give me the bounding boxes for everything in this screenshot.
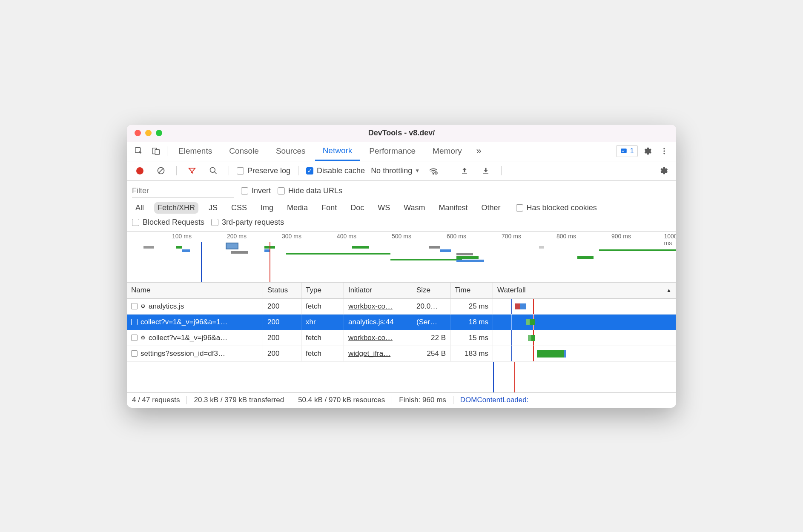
download-icon[interactable] [478,163,493,178]
inspect-icon[interactable] [131,143,146,159]
panel-settings-icon[interactable] [656,163,671,178]
type-js[interactable]: JS [205,202,221,214]
issues-badge[interactable]: 1 [616,145,638,157]
request-table: ⚙analytics.js 200 fetch workbox-co… 20.0… [127,299,676,392]
status-bar: 4 / 47 requests 20.3 kB / 379 kB transfe… [127,392,676,408]
status-transferred: 20.3 kB / 379 kB transferred [187,396,291,404]
type-all[interactable]: All [132,202,147,214]
throttling-select[interactable]: No throttling ▼ [371,166,420,175]
col-name[interactable]: Name [127,283,263,298]
row-checkbox[interactable] [131,335,138,341]
gear-icon: ⚙ [141,303,146,309]
type-wasm[interactable]: Wasm [400,202,428,214]
preserve-log-checkbox[interactable]: Preserve log [237,166,290,175]
record-button[interactable] [132,163,147,178]
close-icon[interactable] [135,130,141,136]
filter-icon[interactable] [184,163,200,178]
table-row[interactable]: collect?v=1&_v=j96&a=1… 200 xhr analytic… [127,315,676,330]
type-css[interactable]: CSS [228,202,250,214]
selection-overlay[interactable] [226,243,238,249]
row-checkbox[interactable] [131,303,138,309]
type-other[interactable]: Other [478,202,504,214]
tab-performance[interactable]: Performance [361,141,423,161]
blocked-requests-checkbox[interactable]: Blocked Requests [132,218,204,227]
issues-count: 1 [630,147,634,155]
type-ws[interactable]: WS [374,202,393,214]
has-blocked-cookies-checkbox[interactable]: Has blocked cookies [516,203,597,212]
maximize-icon[interactable] [156,130,162,136]
traffic-lights [127,130,162,136]
col-status[interactable]: Status [263,283,301,298]
table-row[interactable]: settings?session_id=df3… 200 fetch widge… [127,346,676,362]
status-dcl: DOMContentLoaded: [453,396,536,404]
tab-sources[interactable]: Sources [268,141,313,161]
svg-line-12 [215,172,217,174]
search-icon[interactable] [206,163,221,178]
filter-bar: Invert Hide data URLs All Fetch/XHR JS C… [127,181,676,232]
upload-icon[interactable] [457,163,472,178]
type-media[interactable]: Media [284,202,311,214]
main-tabbar: Elements Console Sources Network Perform… [127,142,676,161]
table-header: Name Status Type Initiator Size Time Wat… [127,283,676,299]
svg-point-7 [663,150,665,152]
table-row[interactable]: ⚙collect?v=1&_v=j96&a… 200 fetch workbox… [127,330,676,346]
type-fetch-xhr[interactable]: Fetch/XHR [154,202,198,214]
svg-point-13 [433,173,434,174]
col-time[interactable]: Time [450,283,493,298]
svg-rect-2 [155,149,159,154]
col-type[interactable]: Type [301,283,344,298]
svg-line-10 [158,168,163,173]
timeline-overview[interactable]: 100 ms 200 ms 300 ms 400 ms 500 ms 600 m… [127,232,676,283]
clear-icon[interactable] [153,163,169,178]
tab-elements[interactable]: Elements [171,141,220,161]
svg-rect-16 [483,173,488,174]
third-party-checkbox[interactable]: 3rd-party requests [211,218,284,227]
invert-checkbox[interactable]: Invert [241,186,271,195]
svg-rect-5 [622,151,624,152]
hide-data-urls-checkbox[interactable]: Hide data URLs [278,186,342,195]
type-font[interactable]: Font [318,202,340,214]
settings-icon[interactable] [640,143,655,159]
filter-input[interactable] [132,184,234,198]
type-manifest[interactable]: Manifest [436,202,471,214]
network-conditions-icon[interactable] [426,163,441,178]
row-checkbox[interactable] [131,319,138,325]
type-img[interactable]: Img [257,202,277,214]
col-size[interactable]: Size [412,283,450,298]
sort-indicator-icon: ▲ [666,287,671,293]
svg-rect-4 [622,150,625,150]
row-checkbox[interactable] [131,350,138,357]
col-initiator[interactable]: Initiator [344,283,412,298]
status-requests: 4 / 47 requests [132,396,187,404]
more-tabs-icon[interactable]: » [471,143,487,159]
svg-rect-15 [462,173,467,174]
table-row[interactable]: ⚙analytics.js 200 fetch workbox-co… 20.0… [127,299,676,315]
divider [167,146,167,156]
svg-point-6 [663,148,665,149]
devtools-window: DevTools - v8.dev/ Elements Console Sour… [127,125,676,408]
minimize-icon[interactable] [145,130,152,136]
status-finish: Finish: 960 ms [392,396,453,404]
type-doc[interactable]: Doc [347,202,367,214]
svg-rect-3 [621,149,627,153]
tab-memory[interactable]: Memory [425,141,470,161]
device-toggle-icon[interactable] [148,143,163,159]
svg-point-11 [210,168,215,173]
kebab-icon[interactable] [657,143,672,159]
gear-icon: ⚙ [141,335,146,341]
window-title: DevTools - v8.dev/ [368,129,435,137]
svg-point-8 [663,153,665,154]
col-waterfall[interactable]: Waterfall▲ [493,283,676,298]
tab-console[interactable]: Console [221,141,267,161]
tab-network[interactable]: Network [315,141,360,161]
network-toolbar: Preserve log ✓Disable cache No throttlin… [127,161,676,181]
status-resources: 50.4 kB / 970 kB resources [291,396,392,404]
titlebar: DevTools - v8.dev/ [127,125,676,142]
disable-cache-checkbox[interactable]: ✓Disable cache [306,166,365,175]
